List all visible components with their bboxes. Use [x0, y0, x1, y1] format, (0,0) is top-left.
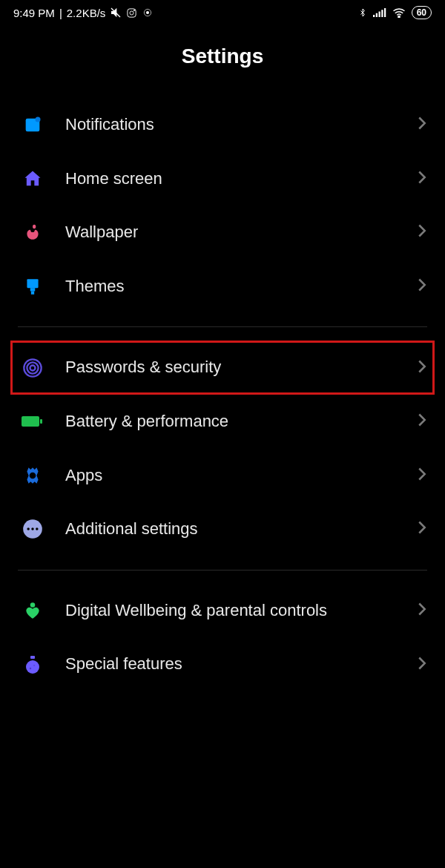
- svg-rect-16: [30, 288, 36, 291]
- battery-icon: [18, 414, 47, 429]
- wallpaper-icon: [18, 223, 47, 242]
- svg-point-3: [134, 10, 135, 10]
- wellbeing-icon: [18, 600, 47, 621]
- settings-label: Themes: [65, 276, 399, 297]
- svg-point-23: [30, 473, 36, 479]
- settings-label: Battery & performance: [65, 411, 399, 433]
- mute-icon: [110, 7, 122, 19]
- svg-rect-7: [375, 13, 377, 17]
- themes-icon: [18, 276, 47, 297]
- svg-point-31: [30, 667, 31, 668]
- svg-point-20: [30, 365, 36, 370]
- status-bar: 9:49 PM | 2.2KB/s 60: [0, 0, 445, 22]
- settings-label: Special features: [65, 654, 399, 675]
- svg-point-27: [36, 528, 39, 531]
- status-sep: |: [59, 7, 62, 19]
- divider: [18, 570, 427, 571]
- settings-item-battery[interactable]: Battery & performance: [10, 395, 435, 449]
- svg-point-5: [146, 11, 149, 14]
- svg-rect-29: [30, 656, 35, 659]
- settings-item-notifications[interactable]: Notifications: [10, 98, 435, 152]
- svg-rect-10: [384, 8, 386, 17]
- svg-point-19: [27, 362, 38, 373]
- chevron-right-icon: [417, 602, 427, 619]
- settings-item-digital-wellbeing[interactable]: Digital Wellbeing & parental controls: [10, 584, 435, 638]
- svg-point-13: [36, 117, 41, 122]
- fingerprint-icon: [18, 358, 47, 378]
- svg-rect-9: [381, 10, 383, 17]
- svg-point-28: [30, 602, 36, 608]
- settings-item-additional[interactable]: Additional settings: [10, 502, 435, 556]
- settings-label: Additional settings: [65, 519, 399, 540]
- signal-icon: [373, 7, 386, 18]
- settings-label: Home screen: [65, 168, 399, 190]
- svg-point-25: [27, 528, 30, 531]
- special-icon: [18, 654, 47, 675]
- divider: [18, 326, 427, 327]
- bluetooth-icon: [358, 7, 367, 19]
- notifications-icon: [18, 114, 47, 135]
- battery-indicator: 60: [412, 6, 432, 19]
- settings-item-special-features[interactable]: Special features: [10, 637, 435, 691]
- settings-label: Notifications: [65, 114, 399, 136]
- apps-icon: [18, 466, 47, 485]
- settings-label: Wallpaper: [65, 222, 399, 243]
- settings-item-home-screen[interactable]: Home screen: [10, 152, 435, 206]
- chevron-right-icon: [417, 467, 427, 484]
- svg-point-14: [33, 225, 36, 228]
- chevron-right-icon: [417, 277, 427, 295]
- svg-point-2: [130, 11, 134, 15]
- instagram-icon: [126, 7, 137, 19]
- settings-item-themes[interactable]: Themes: [10, 260, 435, 314]
- svg-point-11: [398, 16, 400, 18]
- chevron-right-icon: [417, 412, 427, 430]
- status-time: 9:49 PM: [13, 7, 55, 19]
- svg-rect-21: [22, 416, 39, 427]
- svg-point-32: [33, 665, 35, 666]
- home-icon: [18, 168, 47, 189]
- settings-item-apps[interactable]: Apps: [10, 449, 435, 503]
- svg-rect-8: [378, 12, 380, 18]
- chevron-right-icon: [417, 116, 427, 134]
- chevron-right-icon: [417, 656, 427, 674]
- settings-item-wallpaper[interactable]: Wallpaper: [10, 206, 435, 260]
- svg-point-30: [26, 660, 39, 674]
- svg-rect-22: [40, 419, 42, 424]
- status-right: 60: [358, 6, 432, 19]
- status-left: 9:49 PM | 2.2KB/s: [13, 7, 154, 19]
- svg-point-26: [31, 528, 34, 531]
- chevron-right-icon: [417, 359, 427, 377]
- badge-icon: [142, 7, 154, 19]
- svg-rect-15: [27, 279, 38, 288]
- chevron-right-icon: [417, 520, 427, 538]
- status-data-rate: 2.2KB/s: [67, 7, 106, 19]
- settings-item-passwords-security[interactable]: Passwords & security: [10, 341, 435, 395]
- chevron-right-icon: [417, 223, 427, 241]
- wifi-icon: [392, 7, 406, 18]
- svg-rect-6: [373, 15, 375, 17]
- page-title: Settings: [0, 45, 445, 68]
- chevron-right-icon: [417, 170, 427, 188]
- settings-list: Notifications Home screen Wallpaper Them…: [0, 98, 445, 691]
- settings-label: Apps: [65, 465, 399, 487]
- settings-label: Passwords & security: [65, 357, 399, 378]
- svg-rect-17: [31, 292, 34, 295]
- settings-label: Digital Wellbeing & parental controls: [65, 600, 399, 622]
- more-icon: [18, 519, 47, 539]
